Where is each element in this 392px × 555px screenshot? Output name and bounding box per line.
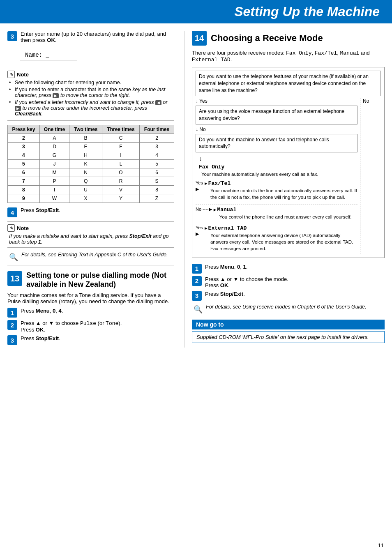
col-header-four: Four times xyxy=(140,125,174,134)
fax-tel-mode-label: Fax/Tel xyxy=(205,180,231,187)
ext-tad-mode-label: External TAD xyxy=(205,225,247,231)
table-cell: L xyxy=(102,160,140,168)
table-cell: 2 xyxy=(140,134,174,143)
note-box-1: ✎ Note See the following chart for enter… xyxy=(7,68,174,121)
s13-ok: OK xyxy=(36,327,44,333)
fc-question-2: Are you using the voice message function… xyxy=(196,106,357,124)
fc-fax-only-block: ↓ Fax Only Your machine automatically an… xyxy=(196,154,357,177)
fc-yes-branch: ↓ Yes Are you using the voice message fu… xyxy=(196,98,360,254)
fc-no-line xyxy=(365,105,381,187)
s14-step-3-text: Press Stop/Exit. xyxy=(205,291,245,297)
table-cell: W xyxy=(39,194,69,203)
table-cell: F xyxy=(102,143,140,151)
s14-step-1-text: Press Menu, 0, 1. xyxy=(205,264,247,270)
fc-down-arrow-fax: ↓ xyxy=(199,154,357,163)
search-icon-2: 🔍 xyxy=(194,305,203,314)
table-cell: I xyxy=(102,151,140,160)
fc-no-3-label: No ----▶ xyxy=(196,206,212,212)
step-4-row: 4 Press Stop/Exit. xyxy=(7,207,174,217)
section-14-heading: 14 Choosing a Receive Mode xyxy=(192,31,385,46)
step-3-row: 3 Enter your name (up to 20 characters) … xyxy=(7,31,174,43)
ref-note-2: 🔍 For details, see Using receive modes i… xyxy=(192,304,385,314)
section-14-intro: There are four possible receive modes: F… xyxy=(192,50,385,63)
fc-ext-tad-block: Yes ▶ External TAD Your external telepho… xyxy=(196,225,357,254)
section-13-heading: 13 Setting tone or pulse dialling mode (… xyxy=(7,271,174,289)
section-13-number: 13 xyxy=(7,271,22,286)
s14-ok: OK xyxy=(220,282,228,288)
col-header-three: Three times xyxy=(102,125,140,134)
right-column: 14 Choosing a Receive Mode There are fou… xyxy=(184,31,385,348)
name-input-display: Name: _ xyxy=(20,50,77,60)
arrow-left-icon: ◀ xyxy=(155,100,161,105)
s13-stop-exit: Stop/Exit xyxy=(36,335,59,341)
key-table: Press key One time Two times Three times… xyxy=(7,125,174,203)
step-3-text: Enter your name (up to 20 characters) us… xyxy=(21,31,174,43)
arrow-right-icon-2: ▶ xyxy=(15,106,21,111)
s14-step-3-num: 3 xyxy=(192,291,202,301)
ref-text-1: For details, see Entering Text in Append… xyxy=(21,252,168,258)
s13-step-3-text: Press Stop/Exit. xyxy=(21,335,60,341)
fax-tel-desc: Your machine controls the line and autom… xyxy=(210,187,357,200)
note-title-1: ✎ Note xyxy=(7,71,174,78)
now-goto-content-text: Supplied CD-ROM 'MFL-Pro Suite' on the n… xyxy=(196,334,369,340)
table-cell: T xyxy=(39,186,69,194)
steps-below: 1 Press Menu, 0, 1. 2 Press ▲ or ▼ to ch… xyxy=(192,264,385,343)
fc-fax-tel-block: Yes ▶ Fax/Tel Your machine controls the … xyxy=(196,180,357,203)
s13-step-3: 3 Press Stop/Exit. xyxy=(7,335,174,345)
table-cell: N xyxy=(69,168,102,177)
table-cell: 8 xyxy=(140,186,174,194)
table-cell: 5 xyxy=(140,160,174,168)
note-box-2: ✎ Note If you make a mistake and want to… xyxy=(7,221,174,248)
table-cell: 8 xyxy=(8,186,40,194)
step-3-ok: OK xyxy=(47,37,55,43)
note-item-1-3: If you entered a letter incorrectly and … xyxy=(9,99,174,117)
now-goto-text: Supplied CD-ROM 'MFL-Pro Suite' on the n… xyxy=(192,331,385,343)
ref-note-1: 🔍 For details, see Entering Text in Appe… xyxy=(7,252,174,262)
note-list-1: See the following chart for entering you… xyxy=(7,80,174,117)
table-cell: H xyxy=(69,151,102,160)
table-cell: 3 xyxy=(8,143,40,151)
table-cell: 9 xyxy=(8,194,40,203)
fc-no-label-1: No xyxy=(363,98,381,105)
main-content: 3 Enter your name (up to 20 characters) … xyxy=(0,31,392,348)
fc-yes-label-1: ↓ Yes xyxy=(196,98,357,105)
fc-question-3: Do you want the machine to answer fax an… xyxy=(196,134,357,153)
table-cell: O xyxy=(102,168,140,177)
s13-step-3-num: 3 xyxy=(7,335,17,345)
table-cell: M xyxy=(39,168,69,177)
left-column: 3 Enter your name (up to 20 characters) … xyxy=(7,31,184,348)
table-cell: Q xyxy=(69,177,102,186)
s14-step-1: 1 Press Menu, 0, 1. xyxy=(192,264,385,274)
pulse-option: Pulse xyxy=(80,320,96,327)
table-cell: D xyxy=(39,143,69,151)
step-4-stop-exit: Stop/Exit xyxy=(36,207,59,213)
table-cell: P xyxy=(39,177,69,186)
note-item-1-2: If you need to enter a character that is… xyxy=(9,87,174,98)
fc-manual-block: No ----▶ Manual You control the phone li… xyxy=(196,205,357,223)
table-cell: 2 xyxy=(8,134,40,143)
fc-branch-1: ↓ Yes Are you using the voice message fu… xyxy=(196,98,381,254)
s14-stop-exit: Stop/Exit xyxy=(220,291,243,297)
flowchart: Do you want to use the telephone feature… xyxy=(192,67,385,258)
arrow-right-icon: ▶ xyxy=(53,93,59,98)
mode-fax-only: Fax Only xyxy=(286,50,311,56)
table-cell: B xyxy=(69,134,102,143)
s14-step-1-num: 1 xyxy=(192,264,202,274)
table-cell: U xyxy=(69,186,102,194)
note-title-2: ✎ Note xyxy=(7,224,174,232)
step-3-number: 3 xyxy=(7,31,17,41)
s13-step-1-text: Press Menu, 0, 4. xyxy=(21,308,63,314)
table-cell: 5 xyxy=(8,160,40,168)
mode-fax-tel: Fax/Tel xyxy=(315,50,337,56)
search-icon-1: 🔍 xyxy=(9,253,18,262)
fc-question-1: Do you want to use the telephone feature… xyxy=(196,71,381,96)
page-header: Setting Up the Machine xyxy=(0,0,392,23)
table-cell: Y xyxy=(102,194,140,203)
s14-step-3: 3 Press Stop/Exit. xyxy=(192,291,385,301)
note-label-1: Note xyxy=(17,71,29,78)
table-cell: K xyxy=(69,160,102,168)
fc-yes-3-label: Yes ▶ xyxy=(196,180,203,193)
divider-1 xyxy=(7,265,174,265)
s14-step-2: 2 Press ▲ or ▼ to choose the mode.Press … xyxy=(192,276,385,288)
note-label-2: Note xyxy=(17,225,29,231)
